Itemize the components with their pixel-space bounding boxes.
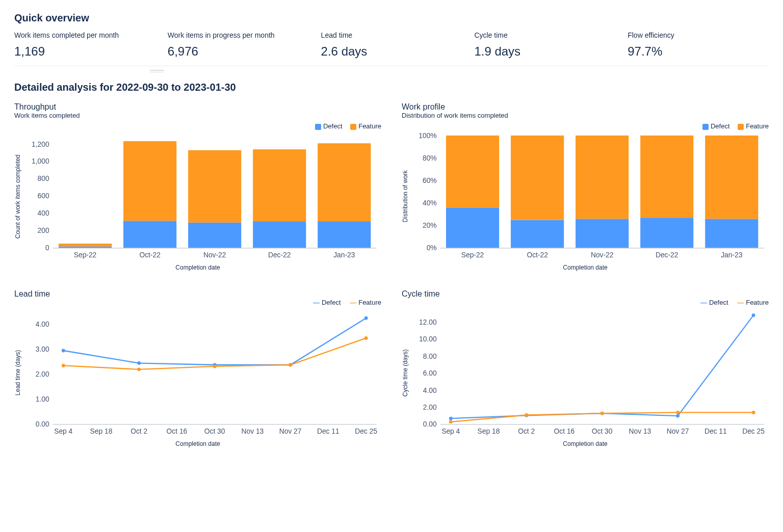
svg-text:8.00: 8.00	[423, 353, 437, 360]
svg-text:Jan-23: Jan-23	[333, 251, 355, 259]
chart-canvas: 0.001.002.003.004.00Sep 4Sep 18Oct 2Oct …	[23, 308, 381, 437]
svg-text:Jan-23: Jan-23	[721, 251, 743, 259]
svg-text:Nov 27: Nov 27	[279, 428, 302, 435]
overview-metrics: Work items completed per month 1,169 Wor…	[14, 31, 769, 59]
svg-point-64	[62, 364, 65, 367]
legend-feature: Feature	[358, 122, 381, 130]
svg-rect-19	[318, 221, 371, 248]
svg-text:Oct 2: Oct 2	[518, 428, 535, 435]
detailed-title: Detailed analysis for 2022-09-30 to 2023…	[14, 82, 769, 93]
svg-text:Dec-22: Dec-22	[656, 251, 678, 259]
svg-text:1,200: 1,200	[32, 141, 49, 148]
svg-text:Oct 30: Oct 30	[592, 428, 613, 435]
svg-text:Oct-22: Oct-22	[527, 251, 547, 259]
swatch-defect-icon	[315, 124, 321, 130]
svg-rect-35	[576, 219, 629, 248]
svg-rect-33	[511, 136, 564, 220]
chart-title: Throughput	[14, 102, 381, 112]
x-axis-label: Completion date	[402, 264, 769, 271]
svg-rect-20	[318, 143, 371, 221]
svg-point-93	[601, 412, 604, 415]
metric-value: 2.6 days	[321, 44, 462, 59]
metric-flowefficiency: Flow efficiency 97.7%	[628, 31, 769, 59]
svg-text:0: 0	[45, 244, 49, 252]
svg-rect-30	[446, 136, 499, 207]
svg-point-68	[364, 336, 368, 340]
legend-defect: Defect	[709, 299, 728, 306]
svg-text:Dec-22: Dec-22	[268, 251, 291, 259]
svg-rect-36	[576, 136, 629, 219]
svg-text:200: 200	[38, 227, 49, 234]
svg-text:Oct 2: Oct 2	[130, 428, 147, 435]
legend-defect: Defect	[322, 299, 341, 306]
svg-rect-16	[253, 221, 306, 248]
svg-text:4.00: 4.00	[36, 321, 49, 328]
svg-text:80%: 80%	[423, 154, 437, 162]
metric-label: Work items completed per month	[14, 31, 155, 39]
drag-handle-icon[interactable]	[150, 69, 164, 72]
svg-rect-13	[188, 223, 241, 248]
svg-point-67	[289, 363, 292, 367]
svg-text:Dec 25: Dec 25	[355, 428, 377, 435]
chart-canvas: 0%20%40%60%80%100%Sep-22Oct-22Nov-22Dec-…	[411, 132, 769, 261]
metric-inprogress: Work items in progress per month 6,976	[168, 31, 309, 59]
metric-label: Flow efficiency	[628, 31, 769, 39]
swatch-defect-icon	[702, 124, 709, 130]
legend-feature: Feature	[746, 299, 769, 306]
svg-point-63	[364, 316, 368, 320]
svg-rect-42	[705, 136, 758, 219]
svg-rect-8	[59, 244, 112, 247]
metric-label: Work items in progress per month	[168, 31, 309, 39]
chart-throughput: Throughput Work items completed Defect F…	[14, 102, 381, 271]
x-axis-label: Completion date	[14, 264, 381, 271]
chart-legend: Defect Feature	[402, 122, 769, 130]
chart-title: Work profile	[402, 102, 769, 112]
svg-rect-10	[123, 221, 176, 248]
svg-point-60	[137, 361, 141, 365]
svg-rect-11	[123, 141, 176, 221]
metric-label: Lead time	[321, 31, 462, 39]
legend-feature: Feature	[358, 299, 381, 306]
x-axis-label: Completion date	[402, 440, 769, 447]
svg-text:Sep 18: Sep 18	[90, 428, 113, 435]
svg-text:10.00: 10.00	[419, 335, 437, 343]
svg-text:Oct 16: Oct 16	[554, 428, 575, 435]
chart-legend: —Defect —Feature	[14, 299, 381, 306]
metric-value: 1.9 days	[474, 44, 615, 59]
metric-leadtime: Lead time 2.6 days	[321, 31, 462, 59]
svg-text:Nov-22: Nov-22	[203, 251, 226, 259]
svg-text:Nov 13: Nov 13	[629, 428, 651, 435]
chart-title: Cycle time	[402, 289, 769, 299]
svg-text:Dec 11: Dec 11	[317, 428, 340, 435]
svg-point-65	[137, 368, 141, 371]
svg-text:6.00: 6.00	[423, 369, 437, 377]
svg-text:Sep 4: Sep 4	[441, 428, 460, 435]
svg-text:12.00: 12.00	[419, 318, 437, 326]
svg-text:4.00: 4.00	[423, 387, 437, 394]
swatch-feature-icon	[738, 124, 744, 130]
svg-text:2.00: 2.00	[36, 370, 49, 378]
y-axis-label: Distribution of work	[402, 132, 409, 261]
svg-text:0.00: 0.00	[36, 421, 49, 429]
svg-text:Nov 13: Nov 13	[242, 428, 264, 435]
svg-point-94	[676, 411, 680, 414]
svg-text:400: 400	[38, 209, 49, 217]
svg-point-91	[449, 420, 453, 424]
svg-point-92	[525, 413, 528, 417]
metric-completed: Work items completed per month 1,169	[14, 31, 155, 59]
svg-text:0.00: 0.00	[423, 421, 437, 429]
svg-text:40%: 40%	[423, 199, 437, 207]
chart-legend: —Defect —Feature	[402, 299, 769, 306]
svg-text:2.00: 2.00	[423, 404, 437, 411]
svg-text:20%: 20%	[423, 222, 437, 229]
svg-point-95	[752, 411, 755, 414]
metric-cycletime: Cycle time 1.9 days	[474, 31, 615, 59]
chart-subtitle: Distribution of work items completed	[402, 112, 769, 119]
chart-leadtime: Lead time —Defect —Feature Lead time (da…	[14, 289, 381, 447]
legend-feature: Feature	[746, 122, 769, 130]
svg-text:Sep-22: Sep-22	[74, 251, 97, 259]
x-axis-label: Completion date	[14, 440, 381, 447]
y-axis-label: Cycle time (days)	[402, 308, 409, 437]
svg-text:Oct-22: Oct-22	[139, 251, 160, 259]
svg-point-59	[62, 349, 65, 353]
